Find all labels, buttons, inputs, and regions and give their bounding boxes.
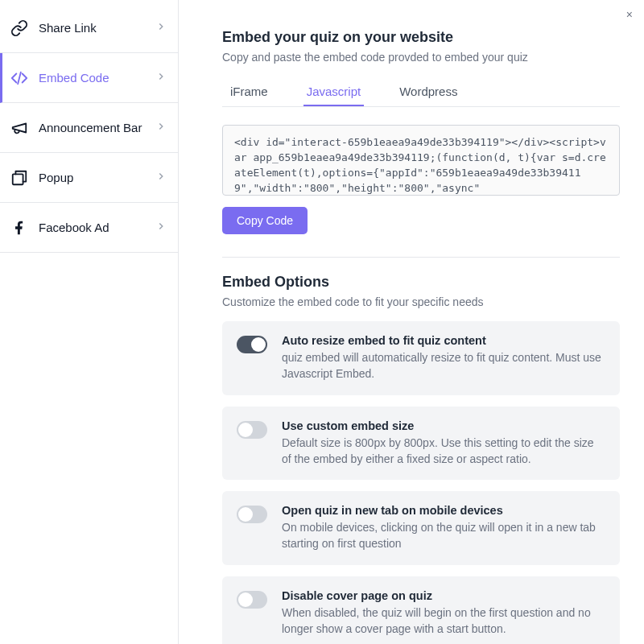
embed-options-subtitle: Customize the embed code to fit your spe… (222, 295, 620, 308)
embed-code-box[interactable]: <div id="interact-659b1eaea9a49de33b3941… (222, 125, 620, 196)
sidebar-item-label: Facebook Ad (39, 221, 109, 234)
option-title: Use custom embed size (282, 419, 605, 432)
divider (222, 257, 620, 258)
option-desc: quiz embed will automatically resize to … (282, 349, 605, 382)
tab-javascript[interactable]: Javascript (303, 78, 365, 106)
chevron-right-icon (155, 21, 167, 35)
option-desc: On mobile devices, clicking on the quiz … (282, 519, 605, 552)
option-custom-size: Use custom embed size Default size is 80… (222, 407, 620, 481)
sidebar: Share Link Embed Code Announcement Bar (0, 0, 179, 644)
main-panel: Embed your quiz on your website Copy and… (179, 0, 644, 644)
chevron-right-icon (155, 121, 167, 134)
copy-code-button[interactable]: Copy Code (222, 207, 308, 234)
page-title: Embed your quiz on your website (222, 29, 620, 46)
chevron-right-icon (155, 171, 167, 184)
option-desc: Default size is 800px by 800px. Use this… (282, 435, 605, 468)
tab-iframe[interactable]: iFrame (227, 78, 271, 106)
facebook-icon (10, 218, 29, 237)
option-title: Auto resize embed to fit quiz content (282, 334, 605, 347)
sidebar-item-facebook-ad[interactable]: Facebook Ad (0, 203, 178, 253)
sidebar-item-label: Announcement Bar (39, 121, 142, 134)
sidebar-item-embed-code[interactable]: Embed Code (0, 53, 178, 103)
toggle-disable-cover[interactable] (237, 591, 267, 609)
toggle-new-tab-mobile[interactable] (237, 506, 267, 523)
embed-options-title: Embed Options (222, 274, 620, 291)
page-subtitle: Copy and paste the embed code provded to… (222, 51, 620, 64)
code-icon (10, 68, 29, 88)
option-open-new-tab-mobile: Open quiz in new tab on mobile devices O… (222, 491, 620, 565)
sidebar-item-popup[interactable]: Popup (0, 153, 178, 203)
sidebar-item-label: Share Link (39, 21, 97, 35)
chevron-right-icon (155, 71, 167, 85)
toggle-auto-resize[interactable] (237, 336, 267, 353)
option-disable-cover-page: Disable cover page on quiz When disabled… (222, 576, 620, 644)
link-icon (10, 19, 29, 38)
option-auto-resize: Auto resize embed to fit quiz content qu… (222, 321, 620, 395)
option-title: Open quiz in new tab on mobile devices (282, 504, 605, 517)
svg-line-0 (18, 72, 21, 84)
svg-rect-1 (13, 174, 23, 184)
option-title: Disable cover page on quiz (282, 589, 605, 602)
sidebar-item-share-link[interactable]: Share Link (0, 3, 178, 53)
embed-tabs: iFrame Javascript Wordpress (222, 78, 620, 107)
tab-wordpress[interactable]: Wordpress (396, 78, 460, 106)
chevron-right-icon (155, 221, 167, 234)
sidebar-item-announcement-bar[interactable]: Announcement Bar (0, 103, 178, 153)
popup-icon (10, 168, 29, 188)
megaphone-icon (10, 118, 29, 138)
sidebar-item-label: Embed Code (39, 71, 109, 85)
close-button[interactable]: × (626, 8, 633, 21)
option-desc: When disabled, the quiz will begin on th… (282, 605, 605, 638)
sidebar-item-label: Popup (39, 171, 73, 184)
toggle-custom-size[interactable] (237, 421, 267, 439)
